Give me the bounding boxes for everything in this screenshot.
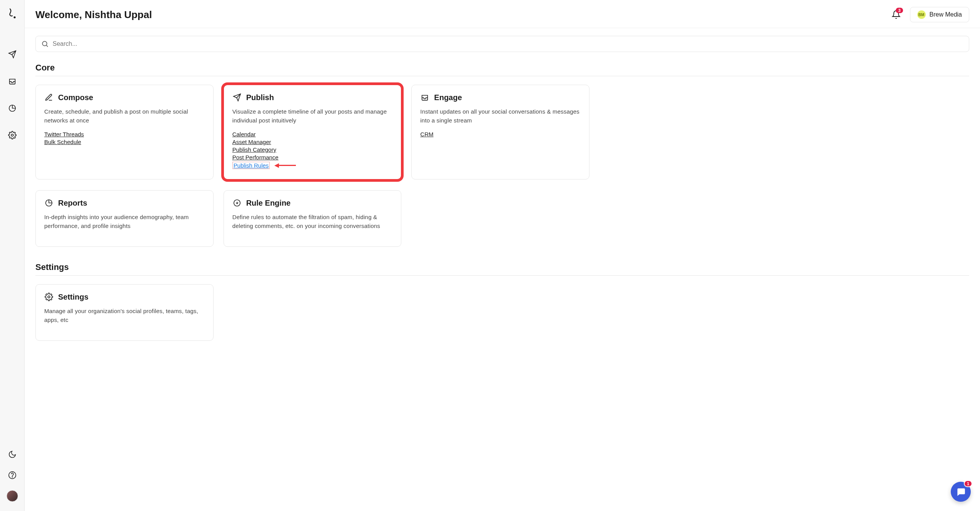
- help-icon[interactable]: [7, 469, 18, 481]
- publish-icon: [232, 93, 242, 102]
- rule-engine-icon: [232, 198, 242, 208]
- svg-point-6: [48, 296, 50, 298]
- rule-engine-card[interactable]: Rule Engine Define rules to automate the…: [224, 190, 402, 247]
- annotation-arrow: [274, 163, 296, 168]
- divider: [35, 76, 969, 76]
- publish-card[interactable]: Publish Visualize a complete timeline of…: [224, 85, 402, 179]
- publish-link-post-performance[interactable]: Post Performance: [232, 154, 393, 161]
- divider: [35, 275, 969, 276]
- reports-nav-icon[interactable]: [7, 102, 18, 114]
- intercom-badge: 1: [964, 480, 972, 487]
- card-desc: In-depth insights into your audience dem…: [44, 213, 205, 230]
- engage-icon: [420, 93, 429, 102]
- intercom-launcher[interactable]: 1: [951, 482, 971, 502]
- search-bar[interactable]: [35, 36, 969, 52]
- search-input[interactable]: [53, 40, 963, 47]
- dark-mode-icon[interactable]: [7, 449, 18, 460]
- compose-card[interactable]: Compose Create, schedule, and publish a …: [35, 85, 214, 179]
- inbox-nav-icon[interactable]: [7, 75, 18, 87]
- welcome-title: Welcome, Nishtha Uppal: [35, 9, 152, 21]
- user-avatar[interactable]: [7, 490, 18, 502]
- compose-link-twitter-threads[interactable]: Twitter Threads: [44, 131, 205, 137]
- publish-link-publish-rules[interactable]: Publish Rules: [232, 162, 270, 169]
- engage-card[interactable]: Engage Instant updates on all your socia…: [411, 85, 589, 179]
- card-desc: Manage all your organization's social pr…: [44, 307, 205, 324]
- svg-point-0: [14, 17, 15, 18]
- card-desc: Visualize a complete timeline of all you…: [232, 107, 393, 125]
- card-title: Engage: [434, 93, 462, 102]
- card-desc: Instant updates on all your social conve…: [420, 107, 581, 125]
- publish-link-calendar[interactable]: Calendar: [232, 131, 393, 137]
- svg-point-4: [42, 41, 47, 46]
- card-title: Settings: [58, 293, 88, 302]
- left-sidebar: [0, 0, 25, 511]
- card-desc: Create, schedule, and publish a post on …: [44, 107, 205, 125]
- publish-link-asset-manager[interactable]: Asset Manager: [232, 139, 393, 145]
- notifications-button[interactable]: 3: [892, 10, 901, 19]
- settings-section-title: Settings: [35, 262, 969, 272]
- org-initials-badge: BM: [917, 10, 926, 19]
- publish-nav-icon[interactable]: [7, 49, 18, 60]
- reports-icon: [44, 198, 53, 208]
- search-icon: [41, 40, 49, 48]
- svg-point-1: [11, 134, 13, 136]
- card-desc: Define rules to automate the filtration …: [232, 213, 393, 230]
- notification-count-badge: 3: [896, 8, 903, 13]
- org-switcher-button[interactable]: BM Brew Media: [910, 7, 969, 22]
- publish-link-publish-category[interactable]: Publish Category: [232, 146, 393, 153]
- org-name-label: Brew Media: [930, 11, 962, 18]
- compose-icon: [44, 93, 53, 102]
- app-logo[interactable]: [7, 8, 18, 19]
- settings-card[interactable]: Settings Manage all your organization's …: [35, 284, 214, 341]
- settings-nav-icon[interactable]: [7, 129, 18, 141]
- core-section-title: Core: [35, 63, 969, 73]
- settings-icon: [44, 292, 53, 302]
- engage-link-crm[interactable]: CRM: [420, 131, 581, 137]
- chat-icon: [956, 487, 966, 497]
- card-title: Reports: [58, 199, 87, 208]
- svg-point-3: [12, 477, 12, 477]
- reports-card[interactable]: Reports In-depth insights into your audi…: [35, 190, 214, 247]
- page-header: Welcome, Nishtha Uppal 3 BM Brew Media: [25, 0, 980, 28]
- card-title: Publish: [246, 93, 274, 102]
- compose-link-bulk-schedule[interactable]: Bulk Schedule: [44, 139, 205, 145]
- card-title: Compose: [58, 93, 93, 102]
- card-title: Rule Engine: [246, 199, 291, 208]
